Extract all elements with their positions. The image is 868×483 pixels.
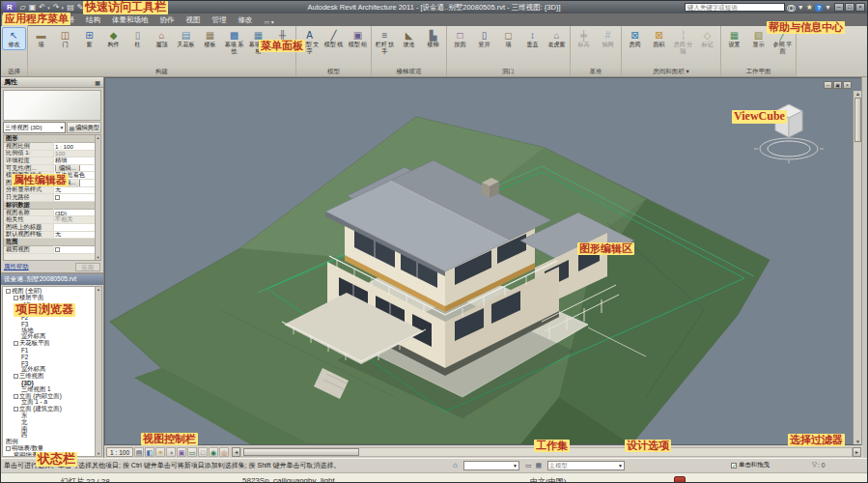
ribbon-button-modify[interactable]: ↖修改: [2, 27, 26, 50]
tree-item-F2[interactable]: F2: [4, 354, 94, 360]
property-value[interactable]: 无: [54, 232, 100, 239]
tree-expander-icon[interactable]: -: [14, 407, 18, 412]
tab-修改[interactable]: 修改: [233, 14, 259, 26]
properties-help-link[interactable]: 属性帮助: [4, 263, 29, 271]
property-value[interactable]: 无: [54, 187, 100, 194]
close-button[interactable]: ×: [855, 3, 865, 12]
ribbon-button-column[interactable]: ▯柱: [126, 27, 150, 50]
render-icon[interactable]: ▣: [177, 447, 186, 457]
design-options-icons[interactable]: ▭ ▦: [525, 462, 543, 469]
subscription-star-icon[interactable]: ★: [806, 3, 813, 13]
tree-item-视图 (全部)[interactable]: -视图 (全部): [4, 288, 94, 295]
selection-filter-control[interactable]: ▽ : 0: [812, 461, 825, 469]
ribbon-button-stair[interactable]: ▙楼梯: [421, 27, 445, 50]
3d-model-view[interactable]: [105, 78, 862, 444]
reveal-hidden-icon[interactable]: ◎: [219, 447, 229, 457]
hscroll-thumb[interactable]: [243, 448, 359, 456]
measure-icon[interactable]: ✎: [75, 2, 85, 13]
scale-button[interactable]: 1 : 100: [106, 447, 133, 457]
checkbox-icon[interactable]: [55, 247, 60, 252]
ribbon-button-model-line[interactable]: ╱模型 线: [322, 27, 346, 50]
ribbon-button-component[interactable]: ◆构件: [101, 27, 126, 50]
switch-window-icon[interactable]: ▥ ▾: [104, 2, 119, 14]
property-value[interactable]: 编辑...: [54, 180, 100, 186]
browser-scrollbar[interactable]: ▲▼: [95, 287, 101, 456]
ribbon-button-wall-opening[interactable]: ◻墙: [496, 27, 520, 50]
hide-isolate-icon[interactable]: ◉: [209, 447, 218, 457]
palette-menu-icon[interactable]: ▣: [95, 79, 100, 86]
property-value[interactable]: 带边框着色: [54, 172, 100, 179]
ribbon-button-mullion[interactable]: ╫竖梃: [270, 27, 294, 50]
tab-协作[interactable]: 协作: [154, 14, 181, 26]
tree-item-F1[interactable]: F1: [4, 307, 94, 314]
crop-view-icon[interactable]: ▭: [187, 447, 197, 457]
tab-管理[interactable]: 管理: [207, 14, 233, 26]
tab-插入[interactable]: 插入: [28, 14, 54, 26]
search-binoculars-icon[interactable]: [787, 5, 796, 11]
view-close-button[interactable]: ×: [843, 81, 852, 89]
property-value[interactable]: 1 : 100 ▾: [54, 143, 100, 150]
property-value[interactable]: 100: [54, 151, 100, 157]
horizontal-scrollbar[interactable]: ◄ ►: [232, 447, 861, 457]
ribbon-button-room[interactable]: ⊠房间: [623, 27, 647, 50]
tree-item-南[interactable]: 南: [4, 426, 94, 433]
workset-dropdown[interactable]: ▼: [463, 461, 519, 470]
tab-体量和场地[interactable]: 体量和场地: [106, 14, 154, 26]
tab-视图[interactable]: 视图: [181, 14, 207, 26]
ribbon-button-ref-plane[interactable]: ╱参照 平面: [770, 27, 795, 56]
print-icon[interactable]: ▤: [66, 2, 76, 13]
ribbon-button-shaft[interactable]: ▯竖井: [472, 27, 496, 50]
scroll-left-icon[interactable]: ◄: [232, 447, 240, 457]
edit-type-button[interactable]: ▦ 编辑类型: [67, 122, 101, 133]
property-row[interactable]: 裁剪视图: [4, 246, 100, 254]
ribbon-button-model-group[interactable]: ▣模型 组: [346, 27, 370, 50]
property-value[interactable]: 编辑...: [54, 165, 100, 172]
crop-region-icon[interactable]: □: [198, 447, 208, 457]
property-value[interactable]: [54, 194, 100, 201]
tree-item-天花板平面[interactable]: -天花板平面: [4, 340, 94, 347]
help-icon[interactable]: ?: [815, 4, 823, 12]
tree-expander-icon[interactable]: -: [14, 341, 18, 346]
search-caret-icon[interactable]: ▾: [798, 2, 804, 13]
ribbon-button-ceiling[interactable]: ▤天花板: [174, 27, 198, 50]
tree-item-室外标高[interactable]: 室外标高: [4, 367, 94, 374]
ribbon-button-vertical-opening[interactable]: ↕垂直: [520, 27, 545, 50]
tree-item-F3[interactable]: F3: [4, 321, 94, 327]
ribbon-button-roof[interactable]: ⌂屋顶: [150, 27, 174, 50]
tree-item-三维视图[interactable]: -三维视图: [4, 373, 94, 380]
edit-button[interactable]: 编辑...: [55, 180, 80, 186]
tree-expander-icon[interactable]: -: [14, 394, 18, 399]
tab-常用[interactable]: 常用: [2, 14, 28, 26]
help-caret-icon[interactable]: ▾: [825, 2, 831, 13]
tree-item-立面 (内部立面)[interactable]: -立面 (内部立面): [4, 393, 94, 400]
ribbon-button-opening-by-face[interactable]: □按面: [448, 27, 472, 50]
ribbon-button-floor[interactable]: ▦楼板: [198, 27, 222, 50]
minimize-button[interactable]: ─: [834, 3, 844, 12]
ribbon-button-railing[interactable]: ≡栏杆 扶手: [373, 27, 397, 56]
tab-注释[interactable]: 注释: [54, 14, 80, 26]
tree-expander-icon[interactable]: -: [6, 289, 11, 294]
restore-button[interactable]: □: [845, 3, 854, 12]
apply-button[interactable]: 应用: [75, 263, 100, 271]
visual-style-icon[interactable]: ◧: [145, 447, 154, 457]
tree-item-场地[interactable]: 场地: [4, 327, 94, 334]
tree-item-楼层平面[interactable]: -楼层平面: [4, 295, 94, 301]
view-restore-button[interactable]: ▣: [833, 81, 842, 89]
ribbon-button-show-workplane[interactable]: ▧显示: [746, 27, 770, 50]
tab-结构[interactable]: 结构: [80, 14, 106, 26]
sync-icon[interactable]: ↻: [85, 2, 95, 13]
property-value[interactable]: {3D}: [54, 210, 100, 216]
tree-item-窗明细表[interactable]: 窗明细表: [4, 452, 94, 457]
ribbon-button-window[interactable]: ⊞窗: [77, 27, 101, 50]
scroll-thumb[interactable]: [854, 98, 861, 142]
tree-item-立面 (建筑立面)[interactable]: -立面 (建筑立面): [4, 406, 94, 412]
tree-item-F3[interactable]: F3: [4, 360, 94, 367]
sun-path-icon[interactable]: ☀: [155, 447, 165, 457]
properties-scrollbar[interactable]: ▲▼: [95, 135, 100, 260]
ribbon-button-wall[interactable]: ▬墙: [29, 27, 53, 50]
property-value[interactable]: 不相关: [54, 216, 100, 223]
tree-item-F2[interactable]: F2: [4, 314, 94, 321]
ribbon-button-curtain-grid[interactable]: ▦幕墙 网格: [246, 27, 270, 56]
tree-expander-icon[interactable]: -: [14, 374, 18, 379]
tree-item-北[interactable]: 北: [4, 419, 94, 426]
